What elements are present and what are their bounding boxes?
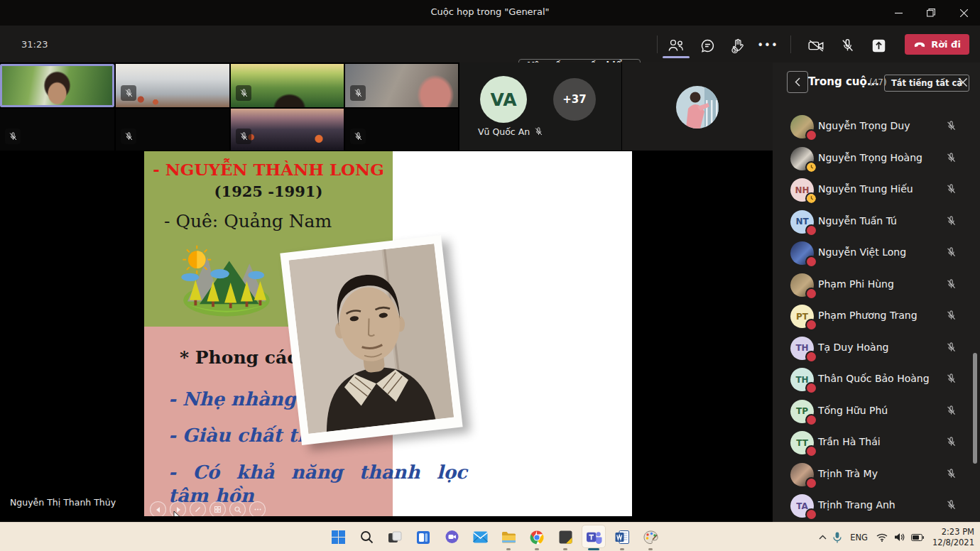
panel-back-button[interactable] <box>787 71 808 93</box>
task-view-button[interactable] <box>381 523 409 551</box>
chrome-button[interactable] <box>523 523 551 551</box>
mic-off-icon <box>124 89 134 98</box>
participant-row[interactable]: NT Nguyễn Tuấn Tú <box>773 206 980 238</box>
notes-button[interactable] <box>551 523 579 551</box>
open-app-indicator <box>563 548 567 550</box>
mic-off-icon <box>354 132 363 141</box>
slide-style-item: - Nhẹ nhàng <box>168 388 296 410</box>
participant-row[interactable]: PT Phạm Phương Trang <box>773 300 980 332</box>
more-options-button[interactable]: ••• <box>757 37 778 54</box>
participant-name: Trịnh Trang Anh <box>818 499 895 511</box>
minimize-icon <box>895 9 903 17</box>
participant-row[interactable]: Nguyễn Trọng Hoàng <box>773 143 980 175</box>
status-badge <box>807 510 816 519</box>
start-button[interactable] <box>324 523 352 551</box>
word-button[interactable] <box>608 523 636 551</box>
grid-view-button[interactable] <box>209 501 226 516</box>
people-icon <box>666 38 685 53</box>
restore-button[interactable] <box>915 0 947 26</box>
participant-row[interactable]: TA Trịnh Trang Anh <box>773 490 980 522</box>
avatar: TP <box>790 400 814 423</box>
prev-slide-button[interactable] <box>150 501 166 516</box>
avatar <box>790 273 814 297</box>
participant-video-tile[interactable] <box>0 109 114 151</box>
mic-toggle-button[interactable] <box>837 37 858 54</box>
participants-button[interactable] <box>665 37 686 54</box>
mail-button[interactable] <box>466 523 494 551</box>
portrait-image <box>289 244 454 434</box>
open-app-indicator <box>620 548 624 550</box>
teams-button[interactable] <box>579 523 608 551</box>
chat-button[interactable] <box>697 37 718 54</box>
participant-row[interactable]: TH Tạ Duy Hoàng <box>773 332 980 364</box>
zoom-button[interactable] <box>229 501 246 516</box>
participant-video-tile[interactable] <box>231 64 344 107</box>
avatar: TA <box>790 494 814 518</box>
panel-scrollbar[interactable] <box>973 353 977 464</box>
camera-toggle-button[interactable] <box>805 37 827 54</box>
widgets-button[interactable] <box>409 523 437 551</box>
mic-off-icon <box>946 153 957 163</box>
panel-title: Trong cuộ... <box>808 75 879 88</box>
mic-off-icon <box>946 184 957 195</box>
avatar <box>790 115 814 138</box>
tray-mic-button[interactable] <box>833 532 842 543</box>
teams-meeting-window: Cuộc họp trong "General" 31:23 Yêu cầu q… <box>0 0 980 551</box>
participant-row[interactable]: Nguyễn Trọng Duy <box>773 111 980 143</box>
more-controls-button[interactable] <box>249 501 266 516</box>
participant-video-tile[interactable] <box>116 109 229 151</box>
avatar: TH <box>790 337 814 360</box>
participant-row[interactable]: Trịnh Trà My <box>773 459 980 491</box>
featured-participant-panel[interactable]: VA +37 Vũ Quốc An <box>459 62 621 151</box>
mic-off-icon <box>946 279 957 290</box>
status-badge <box>807 257 816 266</box>
avatar-initials: TA <box>796 501 808 511</box>
search-button[interactable] <box>352 523 381 551</box>
window-controls <box>882 0 980 26</box>
pen-button[interactable] <box>190 501 206 516</box>
file-explorer-button[interactable] <box>494 523 523 551</box>
avatar-initials: NH <box>795 185 809 195</box>
leave-button-label: Rời đi <box>931 39 961 50</box>
participant-name: Phạm Phi Hùng <box>818 278 894 290</box>
participant-video-tile[interactable] <box>231 109 344 151</box>
mail-icon <box>473 531 488 543</box>
participant-video-tile[interactable] <box>345 109 458 151</box>
wifi-button[interactable] <box>876 533 888 542</box>
participant-row[interactable]: TP Tống Hữu Phú <box>773 395 980 427</box>
battery-icon <box>911 534 924 541</box>
participant-row[interactable]: TT Trần Hà Thái <box>773 427 980 459</box>
chat-app-button[interactable] <box>437 523 466 551</box>
close-button[interactable] <box>947 0 980 26</box>
battery-button[interactable] <box>911 534 924 541</box>
participant-video-tile[interactable] <box>345 64 458 107</box>
participant-video-tile[interactable] <box>116 64 229 107</box>
avatar-initials: TH <box>795 343 808 353</box>
participant-row[interactable]: NH Nguyễn Trung Hiếu <box>773 174 980 206</box>
avatar: NT <box>790 210 814 234</box>
participant-video-tile[interactable] <box>622 62 773 151</box>
minimize-button[interactable] <box>882 0 915 26</box>
avatar-initials: TH <box>795 375 808 385</box>
participant-row[interactable]: Phạm Phi Hùng <box>773 269 980 301</box>
volume-button[interactable] <box>894 533 905 542</box>
share-screen-button[interactable] <box>868 37 889 54</box>
participants-active-underline <box>663 56 690 58</box>
participant-row[interactable]: Nguyễn Việt Long <box>773 237 980 269</box>
wifi-icon <box>876 533 888 542</box>
overflow-count-badge[interactable]: +37 <box>553 78 596 121</box>
participant-video-tile[interactable] <box>0 64 114 107</box>
paint-button[interactable] <box>636 523 665 551</box>
participant-row[interactable]: TH Thân Quốc Bảo Hoàng <box>773 364 980 395</box>
meeting-content: VA +37 Vũ Quốc An <box>0 62 980 522</box>
avatar <box>790 463 814 486</box>
avatar: NH <box>790 178 814 202</box>
shared-screen-stage: - NGUYỄN THÀNH LONG (1925 -1991) - Quê: … <box>0 151 773 522</box>
clock[interactable]: 2:23 PM 12/8/2021 <box>930 527 974 548</box>
reactions-button[interactable] <box>727 37 748 54</box>
panel-close-button[interactable] <box>955 74 971 91</box>
language-indicator[interactable]: ENG <box>848 533 870 542</box>
leave-button[interactable]: Rời đi <box>905 34 969 55</box>
tray-expand-button[interactable] <box>819 535 827 540</box>
toolbar-divider <box>657 36 658 53</box>
